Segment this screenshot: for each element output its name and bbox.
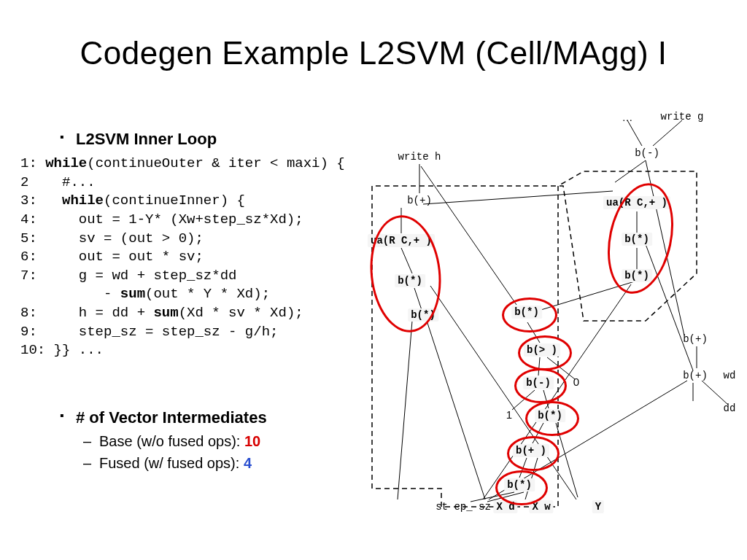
node-b-plus-tl: b(+) — [404, 194, 435, 207]
leaf-step-sz: st ep_ sz — [433, 500, 494, 513]
bullet-inner-loop: L2SVM Inner Loop — [76, 130, 217, 149]
code-l7a: 7: g = wd + step_sz*dd — [20, 268, 236, 284]
sub-fused-value: 4 — [244, 455, 252, 471]
svg-line-32 — [421, 166, 516, 305]
operator-graph: write h write g … b(-) b(+) ua(R C,+ ) u… — [357, 117, 737, 510]
node-b-minus-top: b(-) — [632, 147, 662, 160]
code-l7-kw: sum — [120, 286, 145, 302]
code-block: 1: while(continueOuter & iter < maxi) { … — [20, 155, 345, 360]
svg-line-2 — [401, 248, 412, 273]
sub-bullet-fused: Fused (w/ fused ops): 4 — [99, 455, 252, 472]
node-one: 1 — [503, 408, 515, 421]
svg-line-21 — [533, 423, 543, 443]
leaf-xw: X w — [529, 500, 553, 513]
node-bstar-mid: b(*) — [511, 306, 542, 319]
svg-line-31 — [423, 191, 613, 204]
svg-line-5 — [427, 321, 485, 499]
node-write-h: write h — [395, 150, 444, 163]
leaf-xd: X d — [493, 500, 517, 513]
node-b-plus-r2: b(+) — [680, 369, 711, 382]
node-b-plus-r1: b(+) — [680, 332, 711, 346]
node-bstar-l2: b(*) — [408, 308, 438, 322]
node-b-gt: b(> ) — [524, 343, 560, 357]
svg-line-16 — [646, 244, 693, 370]
code-l8b: (Xd * sv * Xd); — [179, 305, 303, 321]
code-l1a: 1: — [20, 155, 45, 171]
svg-line-20 — [543, 390, 549, 408]
sub-base-value: 10 — [244, 433, 260, 449]
code-l8a: 8: h = dd + — [20, 305, 153, 321]
svg-line-15 — [527, 322, 540, 343]
code-l7b: - — [20, 286, 120, 302]
node-ua-right: ua(R C,+ ) — [603, 196, 670, 209]
code-l3b: (continueInner) { — [104, 192, 245, 209]
node-b-plus-mid: b(+ ) — [513, 444, 549, 457]
node-bstar-mid2: b(*) — [535, 409, 565, 422]
svg-line-17 — [538, 357, 540, 376]
svg-line-14 — [529, 279, 644, 314]
code-l9: 9: step_sz = step_sz - g/h; — [20, 324, 278, 340]
node-ellipsis: … — [619, 110, 636, 124]
code-l8-kw: sum — [153, 305, 178, 321]
code-l6: 6: out = out * sv; — [20, 249, 204, 265]
leaf-y: Y — [592, 500, 604, 513]
svg-line-6 — [430, 286, 576, 499]
sub-fused-label: Fused (w/ fused ops): — [99, 455, 244, 471]
code-l4: 4: out = 1-Y* (Xw+step_sz*Xd); — [20, 211, 303, 228]
svg-line-13 — [483, 284, 631, 499]
svg-line-7 — [627, 120, 642, 146]
svg-line-19 — [512, 390, 535, 410]
node-dd: dd — [721, 402, 739, 415]
code-l1-kw: while — [45, 155, 87, 171]
code-l2: 2 #... — [20, 174, 96, 190]
svg-line-3 — [414, 288, 422, 310]
sub-bullet-base: Base (w/o fused ops): 10 — [99, 433, 260, 450]
code-l7c: (out * Y * Xd); — [145, 286, 270, 302]
node-bstar-r1: b(*) — [622, 233, 652, 246]
code-l10: 10: }} ... — [20, 342, 104, 358]
sub-base-label: Base (w/o fused ops): — [99, 433, 244, 449]
node-write-g: write g — [658, 110, 707, 123]
node-bstar-l1: b(*) — [395, 274, 425, 287]
node-b-minus: b(-) — [523, 376, 554, 389]
svg-line-10 — [646, 160, 684, 335]
bullet-vec-intermediates: # of Vector Intermediates — [76, 408, 267, 427]
node-wd: wd — [721, 369, 739, 382]
slide: Codegen Example L2SVM (Cell/MAgg) I L2SV… — [0, 0, 747, 560]
code-l3a: 3: — [20, 192, 62, 209]
node-bstar-r2: b(*) — [622, 269, 652, 282]
svg-line-4 — [398, 321, 412, 499]
code-l3-kw: while — [62, 192, 104, 209]
svg-line-8 — [653, 120, 682, 146]
node-ua-left: ua(R C,+ ) — [368, 234, 435, 247]
svg-line-23 — [519, 458, 527, 478]
code-l5: 5: sv = (out > 0); — [20, 230, 204, 246]
node-bstar-bot: b(*) — [504, 478, 535, 491]
slide-title: Codegen Example L2SVM (Cell/MAgg) I — [0, 35, 747, 71]
node-zero: 0 — [570, 375, 582, 389]
code-l1b: (continueOuter & iter < maxi) { — [87, 155, 344, 171]
